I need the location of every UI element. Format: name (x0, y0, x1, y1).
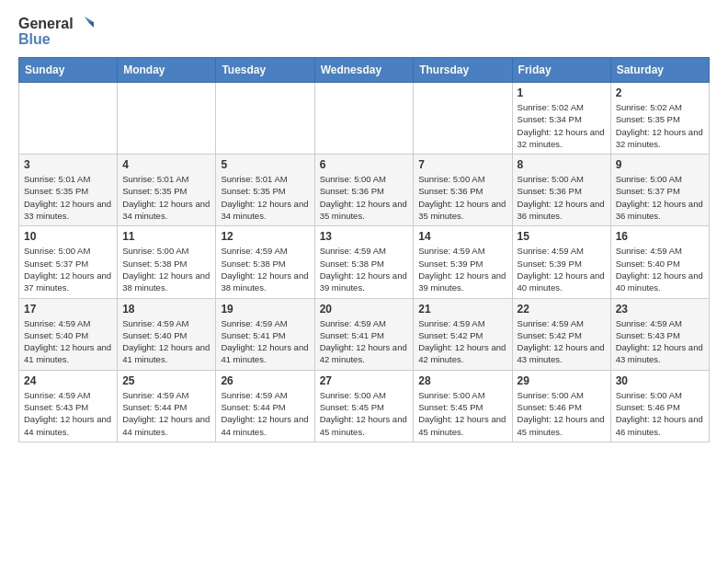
day-number: 2 (616, 86, 704, 99)
logo-bird-icon (75, 15, 94, 33)
col-header-saturday: Saturday (610, 58, 709, 83)
day-number: 5 (221, 158, 309, 171)
day-info: Sunrise: 5:00 AMSunset: 5:38 PMDaylight:… (122, 245, 210, 293)
calendar-cell: 23Sunrise: 4:59 AMSunset: 5:43 PMDayligh… (610, 298, 709, 370)
day-number: 23 (616, 303, 704, 316)
day-number: 8 (518, 158, 606, 171)
calendar-cell: 17Sunrise: 4:59 AMSunset: 5:40 PMDayligh… (19, 298, 118, 370)
day-number: 4 (122, 158, 210, 171)
calendar-cell: 30Sunrise: 5:00 AMSunset: 5:46 PMDayligh… (610, 370, 709, 442)
day-info: Sunrise: 4:59 AMSunset: 5:41 PMDaylight:… (320, 317, 409, 366)
calendar-cell: 7Sunrise: 5:00 AMSunset: 5:36 PMDaylight… (414, 155, 512, 226)
calendar-cell: 5Sunrise: 5:01 AMSunset: 5:35 PMDaylight… (216, 155, 314, 226)
day-number: 30 (616, 374, 704, 387)
calendar-cell: 25Sunrise: 4:59 AMSunset: 5:44 PMDayligh… (118, 370, 216, 442)
day-number: 21 (418, 303, 506, 316)
day-info: Sunrise: 5:00 AMSunset: 5:37 PMDaylight:… (616, 173, 704, 222)
header: General Blue (18, 15, 710, 48)
day-info: Sunrise: 5:00 AMSunset: 5:37 PMDaylight:… (24, 245, 112, 293)
day-number: 13 (320, 230, 409, 243)
col-header-tuesday: Tuesday (216, 58, 314, 83)
day-info: Sunrise: 4:59 AMSunset: 5:40 PMDaylight:… (122, 317, 210, 366)
day-number: 26 (221, 374, 309, 387)
calendar-cell: 28Sunrise: 5:00 AMSunset: 5:45 PMDayligh… (414, 370, 512, 442)
day-info: Sunrise: 5:02 AMSunset: 5:34 PMDaylight:… (518, 101, 606, 150)
day-info: Sunrise: 5:00 AMSunset: 5:45 PMDaylight:… (320, 389, 409, 438)
day-info: Sunrise: 5:00 AMSunset: 5:36 PMDaylight:… (418, 173, 506, 222)
calendar-cell: 29Sunrise: 5:00 AMSunset: 5:46 PMDayligh… (512, 370, 610, 442)
day-info: Sunrise: 5:00 AMSunset: 5:45 PMDaylight:… (418, 389, 506, 438)
day-info: Sunrise: 4:59 AMSunset: 5:43 PMDaylight:… (616, 317, 704, 366)
day-info: Sunrise: 4:59 AMSunset: 5:40 PMDaylight:… (24, 317, 112, 366)
day-info: Sunrise: 5:00 AMSunset: 5:46 PMDaylight:… (518, 389, 606, 438)
calendar-header-row: SundayMondayTuesdayWednesdayThursdayFrid… (19, 58, 710, 83)
calendar-cell: 6Sunrise: 5:00 AMSunset: 5:36 PMDaylight… (314, 155, 414, 226)
calendar-cell: 11Sunrise: 5:00 AMSunset: 5:38 PMDayligh… (118, 226, 216, 298)
calendar-week-row: 1Sunrise: 5:02 AMSunset: 5:34 PMDaylight… (19, 83, 710, 155)
calendar-cell: 3Sunrise: 5:01 AMSunset: 5:35 PMDaylight… (19, 155, 118, 226)
logo-general: General (18, 16, 74, 32)
day-info: Sunrise: 4:59 AMSunset: 5:40 PMDaylight:… (616, 245, 704, 293)
day-info: Sunrise: 5:01 AMSunset: 5:35 PMDaylight:… (122, 173, 210, 222)
day-number: 27 (320, 374, 409, 387)
svg-marker-0 (85, 17, 94, 22)
calendar-cell: 19Sunrise: 4:59 AMSunset: 5:41 PMDayligh… (216, 298, 314, 370)
calendar-cell: 13Sunrise: 4:59 AMSunset: 5:38 PMDayligh… (314, 226, 414, 298)
day-number: 16 (616, 230, 704, 243)
calendar-cell (216, 83, 314, 155)
day-number: 12 (221, 230, 309, 243)
calendar-cell: 16Sunrise: 4:59 AMSunset: 5:40 PMDayligh… (610, 226, 709, 298)
day-number: 11 (122, 230, 210, 243)
day-number: 17 (24, 303, 112, 316)
day-number: 18 (122, 303, 210, 316)
calendar-cell: 18Sunrise: 4:59 AMSunset: 5:40 PMDayligh… (118, 298, 216, 370)
col-header-wednesday: Wednesday (314, 58, 414, 83)
day-number: 20 (320, 303, 409, 316)
day-info: Sunrise: 5:01 AMSunset: 5:35 PMDaylight:… (221, 173, 309, 222)
calendar-table: SundayMondayTuesdayWednesdayThursdayFrid… (18, 57, 710, 442)
col-header-friday: Friday (512, 58, 610, 83)
calendar-cell: 9Sunrise: 5:00 AMSunset: 5:37 PMDaylight… (610, 155, 709, 226)
day-info: Sunrise: 4:59 AMSunset: 5:42 PMDaylight:… (418, 317, 506, 366)
day-number: 9 (616, 158, 704, 171)
day-info: Sunrise: 4:59 AMSunset: 5:39 PMDaylight:… (418, 245, 506, 293)
calendar-cell: 20Sunrise: 4:59 AMSunset: 5:41 PMDayligh… (314, 298, 414, 370)
calendar-cell (19, 83, 118, 155)
day-info: Sunrise: 4:59 AMSunset: 5:38 PMDaylight:… (320, 245, 409, 293)
calendar-week-row: 10Sunrise: 5:00 AMSunset: 5:37 PMDayligh… (19, 226, 710, 298)
svg-marker-1 (88, 22, 94, 28)
col-header-sunday: Sunday (19, 58, 118, 83)
day-number: 25 (122, 374, 210, 387)
calendar-cell (118, 83, 216, 155)
calendar-cell (314, 83, 414, 155)
day-info: Sunrise: 5:00 AMSunset: 5:46 PMDaylight:… (616, 389, 704, 438)
col-header-monday: Monday (118, 58, 216, 83)
day-info: Sunrise: 4:59 AMSunset: 5:38 PMDaylight:… (221, 245, 309, 293)
day-info: Sunrise: 4:59 AMSunset: 5:44 PMDaylight:… (221, 389, 309, 438)
day-number: 14 (418, 230, 506, 243)
day-number: 24 (24, 374, 112, 387)
calendar-cell: 24Sunrise: 4:59 AMSunset: 5:43 PMDayligh… (19, 370, 118, 442)
day-info: Sunrise: 4:59 AMSunset: 5:42 PMDaylight:… (518, 317, 606, 366)
calendar-cell: 14Sunrise: 4:59 AMSunset: 5:39 PMDayligh… (414, 226, 512, 298)
day-number: 29 (518, 374, 606, 387)
calendar-cell (414, 83, 512, 155)
page: General Blue SundayMondayTuesdayWednesda… (0, 0, 728, 461)
day-number: 1 (518, 86, 606, 99)
calendar-cell: 15Sunrise: 4:59 AMSunset: 5:39 PMDayligh… (512, 226, 610, 298)
logo-blue: Blue (18, 31, 51, 48)
calendar-cell: 8Sunrise: 5:00 AMSunset: 5:36 PMDaylight… (512, 155, 610, 226)
day-number: 3 (24, 158, 112, 171)
day-number: 19 (221, 303, 309, 316)
calendar-cell: 2Sunrise: 5:02 AMSunset: 5:35 PMDaylight… (610, 83, 709, 155)
calendar-cell: 4Sunrise: 5:01 AMSunset: 5:35 PMDaylight… (118, 155, 216, 226)
col-header-thursday: Thursday (414, 58, 512, 83)
day-number: 28 (418, 374, 506, 387)
day-number: 7 (418, 158, 506, 171)
day-info: Sunrise: 4:59 AMSunset: 5:39 PMDaylight:… (518, 245, 606, 293)
calendar-cell: 10Sunrise: 5:00 AMSunset: 5:37 PMDayligh… (19, 226, 118, 298)
calendar-week-row: 3Sunrise: 5:01 AMSunset: 5:35 PMDaylight… (19, 155, 710, 226)
calendar-cell: 21Sunrise: 4:59 AMSunset: 5:42 PMDayligh… (414, 298, 512, 370)
calendar-cell: 26Sunrise: 4:59 AMSunset: 5:44 PMDayligh… (216, 370, 314, 442)
day-info: Sunrise: 5:02 AMSunset: 5:35 PMDaylight:… (616, 101, 704, 150)
